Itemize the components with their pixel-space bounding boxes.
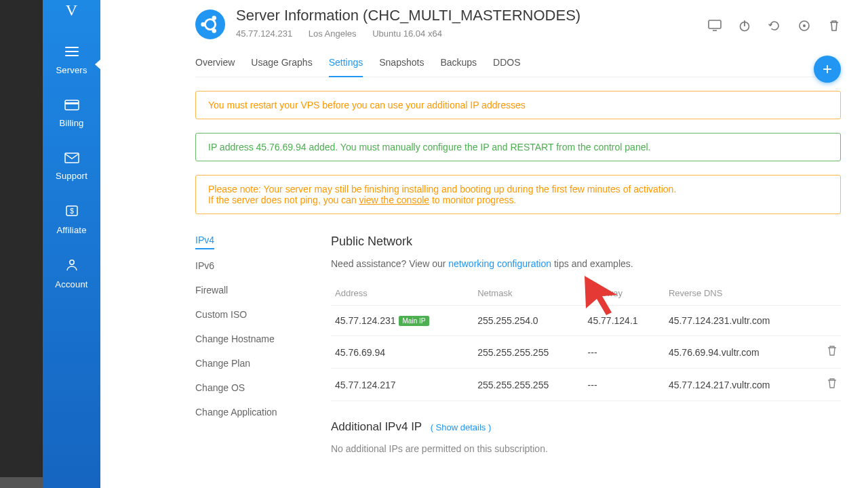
svg-rect-1 — [65, 102, 79, 104]
subnav-change-plan[interactable]: Change Plan — [195, 358, 290, 371]
col-rdns: Reverse DNS — [665, 281, 816, 306]
col-address: Address — [331, 281, 473, 306]
show-details-link[interactable]: ( Show details ) — [431, 422, 492, 432]
col-gateway: Gateway — [584, 281, 665, 306]
svg-rect-0 — [65, 100, 79, 110]
delete-ip-button[interactable] — [816, 369, 841, 401]
install-note-alert: Please note: Your server may still be fi… — [195, 175, 841, 214]
sidebar-item-account[interactable]: Account — [43, 253, 100, 295]
server-list-icon — [64, 45, 79, 61]
tab-backups[interactable]: Backups — [440, 52, 477, 77]
dollar-icon: $ — [65, 204, 79, 221]
assist-text: Need assistance? View our networking con… — [331, 258, 841, 269]
reinstall-icon[interactable] — [797, 19, 811, 33]
alert-text: IP address 45.76.69.94 added. You must m… — [208, 142, 650, 152]
svg-text:$: $ — [70, 207, 74, 215]
cell-gateway: --- — [584, 336, 665, 369]
col-netmask: Netmask — [473, 281, 583, 306]
meta-location: Los Angeles — [309, 28, 357, 39]
tab-usage-graphs[interactable]: Usage Graphs — [251, 52, 312, 77]
tab-snapshots[interactable]: Snapshots — [379, 52, 424, 77]
svg-rect-11 — [709, 20, 721, 28]
sidebar: V Servers Billing Support — [43, 0, 100, 488]
ip-table: Address Netmask Gateway Reverse DNS 45.7… — [331, 281, 841, 401]
destroy-icon[interactable] — [827, 19, 841, 33]
page-title: Server Information (CHC_MULTI_MASTERNODE… — [236, 7, 580, 24]
server-meta: 45.77.124.231 Los Angeles Ubuntu 16.04 x… — [236, 28, 580, 39]
meta-os: Ubuntu 16.04 x64 — [372, 28, 442, 39]
delete-ip-button — [816, 306, 841, 336]
additional-ipv4-heading: Additional IPv4 IP — [331, 420, 422, 433]
ubuntu-logo-icon — [195, 9, 225, 39]
subnav-change-application[interactable]: Change Application — [195, 407, 290, 420]
cell-rdns[interactable]: 45.77.124.217.vultr.com — [665, 369, 816, 401]
sidebar-item-label: Affiliate — [56, 225, 86, 235]
public-network-heading: Public Network — [331, 235, 841, 249]
cell-address: 45.76.69.94 — [331, 336, 473, 369]
envelope-icon — [64, 151, 79, 167]
taskbar-strip — [0, 477, 43, 488]
tab-ddos[interactable]: DDOS — [493, 52, 520, 77]
svg-point-9 — [212, 16, 216, 20]
sidebar-item-label: Billing — [59, 118, 83, 128]
cell-gateway: --- — [584, 369, 665, 401]
logo[interactable]: V — [66, 1, 77, 20]
person-icon — [65, 258, 79, 275]
credit-card-icon — [64, 98, 79, 114]
tab-overview[interactable]: Overview — [195, 52, 235, 77]
sidebar-item-affiliate[interactable]: $ Affiliate — [43, 199, 100, 241]
svg-point-8 — [201, 22, 205, 26]
cell-netmask: 255.255.255.255 — [473, 369, 583, 401]
server-tabs: Overview Usage Graphs Settings Snapshots… — [195, 52, 841, 77]
subnav-ipv6[interactable]: IPv6 — [195, 260, 290, 274]
svg-point-5 — [69, 260, 73, 264]
sidebar-item-label: Servers — [56, 65, 87, 75]
restart-alert: You must restart your VPS before you can… — [195, 91, 841, 119]
sidebar-item-billing[interactable]: Billing — [43, 93, 100, 134]
cell-rdns[interactable]: 45.76.69.94.vultr.com — [665, 336, 816, 369]
restart-icon[interactable] — [768, 19, 781, 33]
main-content: Server Information (CHC_MULTI_MASTERNODE… — [100, 0, 868, 488]
console-icon[interactable] — [708, 19, 722, 33]
svg-point-14 — [803, 24, 806, 27]
view-console-link[interactable]: view the console — [359, 195, 430, 205]
sidebar-item-label: Support — [56, 171, 87, 181]
main-ip-badge: Main IP — [399, 316, 430, 326]
tab-settings[interactable]: Settings — [329, 52, 363, 77]
svg-point-10 — [212, 28, 216, 33]
trash-icon — [827, 346, 837, 357]
ip-added-alert: IP address 45.76.69.94 added. You must m… — [195, 133, 841, 161]
sidebar-item-servers[interactable]: Servers — [43, 40, 100, 81]
sidebar-item-support[interactable]: Support — [43, 146, 100, 186]
alert-text-line2a: If the server does not ping, you can — [208, 195, 359, 205]
cell-gateway: 45.77.124.1 — [584, 306, 665, 336]
browser-chrome-strip — [0, 0, 43, 488]
meta-ip: 45.77.124.231 — [236, 28, 292, 39]
subnav-change-os[interactable]: Change OS — [195, 382, 290, 396]
subnav-ipv4[interactable]: IPv4 — [195, 235, 214, 249]
assist-suffix: tips and examples. — [551, 258, 633, 269]
trash-icon — [827, 378, 837, 389]
cell-netmask: 255.255.254.0 — [473, 306, 583, 336]
table-row: 45.77.124.217255.255.255.255---45.77.124… — [331, 369, 841, 401]
svg-rect-2 — [65, 153, 79, 163]
delete-ip-button[interactable] — [816, 336, 841, 369]
alert-text-line1: Please note: Your server may still be fi… — [208, 184, 676, 195]
no-additional-text: No additional IPs are permitted on this … — [331, 443, 841, 454]
cell-address: 45.77.124.217 — [331, 369, 473, 401]
subnav-custom-iso[interactable]: Custom ISO — [195, 309, 290, 323]
cell-address: 45.77.124.231Main IP — [331, 306, 473, 336]
subnav-change-hostname[interactable]: Change Hostname — [195, 333, 290, 347]
cell-netmask: 255.255.255.255 — [473, 336, 583, 369]
settings-subnav: IPv4 IPv6 Firewall Custom ISO Change Hos… — [195, 235, 290, 454]
networking-config-link[interactable]: networking configuration — [448, 258, 551, 269]
alert-text-line2b: to monitor progress. — [429, 195, 516, 205]
assist-prefix: Need assistance? View our — [331, 258, 448, 269]
power-icon[interactable] — [738, 19, 751, 33]
add-server-button[interactable]: + — [814, 56, 841, 83]
subnav-firewall[interactable]: Firewall — [195, 285, 290, 298]
cell-rdns[interactable]: 45.77.124.231.vultr.com — [665, 306, 816, 336]
table-row: 45.76.69.94255.255.255.255---45.76.69.94… — [331, 336, 841, 369]
alert-text: You must restart your VPS before you can… — [208, 100, 526, 110]
sidebar-item-label: Account — [55, 279, 87, 289]
